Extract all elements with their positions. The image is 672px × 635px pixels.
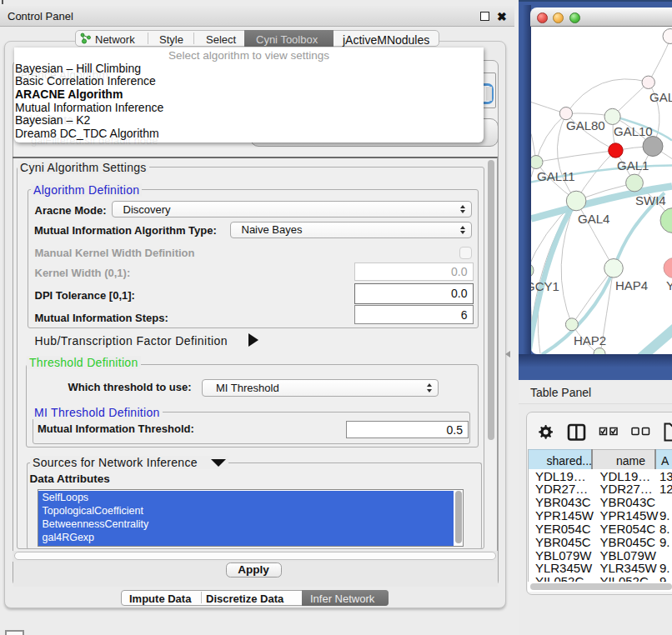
svg-text:GAL11: GAL11 bbox=[537, 168, 575, 182]
svg-text:GAL2: GAL2 bbox=[649, 89, 672, 103]
svg-text:HAP2: HAP2 bbox=[574, 332, 606, 347]
svg-text:SWI4: SWI4 bbox=[635, 192, 666, 207]
svg-text:GAL4: GAL4 bbox=[578, 212, 609, 226]
svg-text:HAP4: HAP4 bbox=[615, 278, 648, 292]
svg-text:GAL80: GAL80 bbox=[566, 118, 605, 132]
svg-text:GCY1: GCY1 bbox=[531, 279, 559, 293]
svg-text:GAL10: GAL10 bbox=[614, 123, 653, 138]
svg-text:Y: Y bbox=[666, 278, 672, 292]
svg-text:GAL1: GAL1 bbox=[617, 158, 649, 172]
